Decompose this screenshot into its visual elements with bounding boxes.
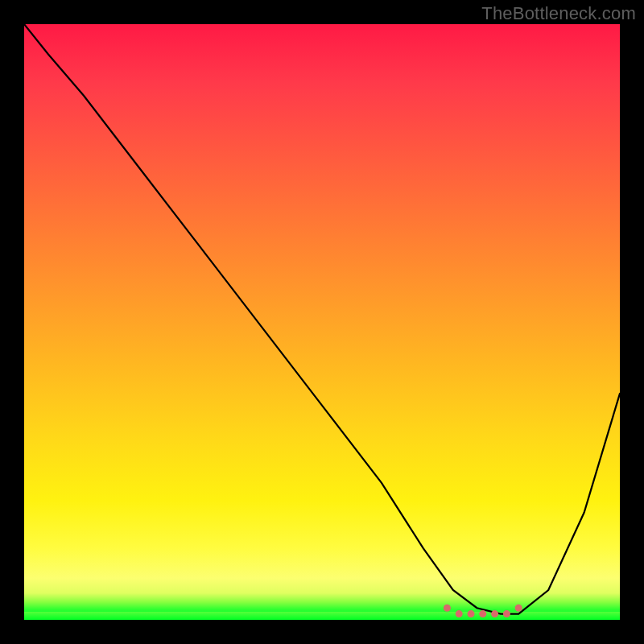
valley-dot: [515, 605, 522, 612]
valley-dot: [491, 610, 498, 617]
valley-dot: [456, 610, 463, 617]
valley-dots: [444, 605, 522, 617]
valley-dot: [444, 605, 451, 612]
valley-dot: [479, 610, 486, 617]
bottleneck-curve: [24, 24, 620, 614]
chart-frame: TheBottleneck.com: [0, 0, 644, 644]
curve-layer: [24, 24, 620, 620]
valley-dot: [468, 610, 475, 617]
watermark-text: TheBottleneck.com: [481, 3, 636, 24]
valley-dot: [503, 610, 510, 617]
